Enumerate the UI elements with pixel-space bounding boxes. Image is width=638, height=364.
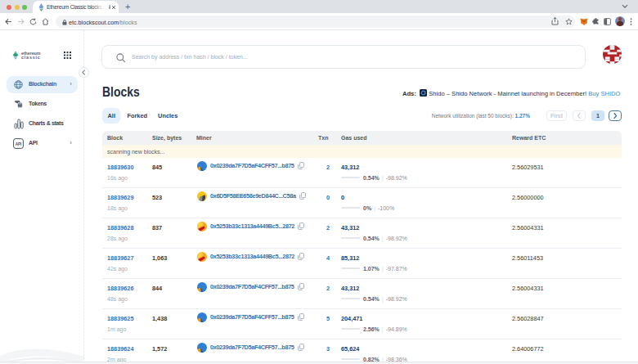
svg-text:API: API bbox=[16, 142, 22, 146]
